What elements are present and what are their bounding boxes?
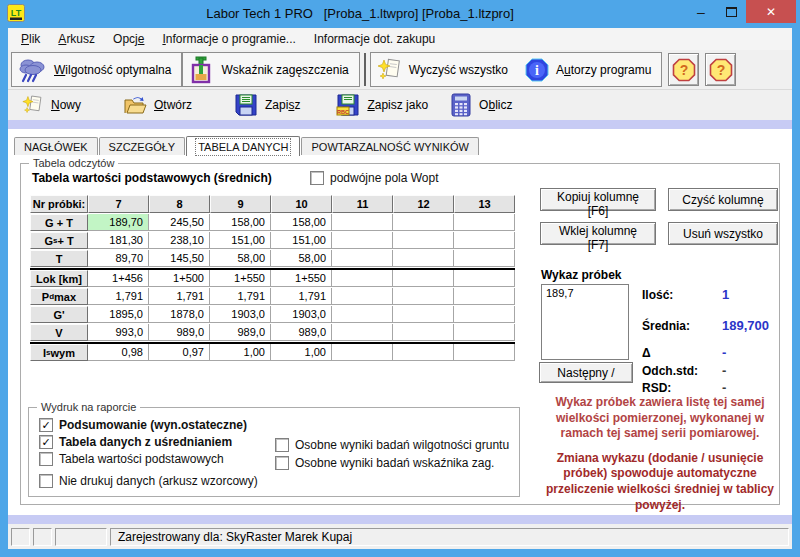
- table-cell[interactable]: 1,00: [271, 344, 332, 361]
- maximize-button[interactable]: [716, 0, 746, 23]
- table-cell[interactable]: [332, 324, 393, 341]
- table-cell[interactable]: 1,791: [210, 288, 271, 305]
- tab-3[interactable]: POWTARZALNOŚĆ WYNIKÓW: [301, 137, 478, 155]
- table-cell[interactable]: [332, 214, 393, 231]
- print-option-right-0[interactable]: Osobne wyniki badań wilgotności gruntu: [275, 438, 509, 452]
- table-cell[interactable]: 1,791: [271, 288, 332, 305]
- table-cell[interactable]: 1,791: [149, 288, 210, 305]
- close-button[interactable]: ✕: [746, 0, 796, 23]
- print-option-left-3[interactable]: Nie drukuj danych (arkusz wzorcowy): [39, 474, 258, 488]
- table-cell[interactable]: 89,70: [88, 250, 149, 267]
- authors-button[interactable]: iAutorzy programu: [518, 53, 661, 86]
- copy-column-button[interactable]: Kopiuj kolumnę [F6]: [540, 188, 656, 211]
- table-cell[interactable]: [332, 288, 393, 305]
- column-header[interactable]: 12: [393, 195, 454, 213]
- table-cell[interactable]: [332, 232, 393, 249]
- table-cell[interactable]: [393, 288, 454, 305]
- column-header[interactable]: 11: [332, 195, 393, 213]
- table-cell[interactable]: 158,00: [210, 214, 271, 231]
- table-cell[interactable]: [393, 214, 454, 231]
- table-cell[interactable]: 1+550: [271, 270, 332, 287]
- print-option-left-1[interactable]: ✓Tabela danych z uśrednianiem: [39, 435, 258, 449]
- print-option-left-0[interactable]: ✓Podsumowanie (wyn.ostateczne): [39, 418, 258, 432]
- table-cell[interactable]: 989,0: [149, 324, 210, 341]
- table-cell[interactable]: 181,30: [88, 232, 149, 249]
- column-header[interactable]: 10: [271, 195, 332, 213]
- table-cell[interactable]: 189,70: [88, 214, 149, 231]
- table-cell[interactable]: [454, 250, 515, 267]
- table-cell[interactable]: 145,50: [149, 250, 210, 267]
- calculate-button[interactable]: Oblicz: [450, 93, 512, 117]
- open-button[interactable]: Otwórz: [123, 95, 192, 115]
- help-button-1[interactable]: ?: [668, 53, 699, 86]
- table-cell[interactable]: [454, 232, 515, 249]
- table-cell[interactable]: 1903,0: [271, 306, 332, 323]
- tab-2[interactable]: TABELA DANYCH: [186, 136, 300, 156]
- table-cell[interactable]: [393, 232, 454, 249]
- clear-column-button[interactable]: Czyść kolumnę: [668, 188, 778, 211]
- table-cell[interactable]: [332, 344, 393, 361]
- wopt-checkbox[interactable]: podwójne pola Wopt: [310, 171, 439, 185]
- table-cell[interactable]: 1+500: [149, 270, 210, 287]
- table-cell[interactable]: 151,00: [210, 232, 271, 249]
- table-cell[interactable]: 0,97: [149, 344, 210, 361]
- table-cell[interactable]: [393, 324, 454, 341]
- table-cell[interactable]: 1,791: [88, 288, 149, 305]
- menu-item-4[interactable]: Informacje dot. zakupu: [305, 30, 444, 48]
- table-cell[interactable]: 238,10: [149, 232, 210, 249]
- table-cell[interactable]: 0,98: [88, 344, 149, 361]
- column-header[interactable]: 9: [210, 195, 271, 213]
- table-cell[interactable]: 1895,0: [88, 306, 149, 323]
- table-cell[interactable]: [454, 270, 515, 287]
- table-cell[interactable]: 989,0: [210, 324, 271, 341]
- table-cell[interactable]: [393, 306, 454, 323]
- table-cell[interactable]: 151,00: [271, 232, 332, 249]
- column-header[interactable]: 8: [149, 195, 210, 213]
- menu-item-0[interactable]: Plik: [12, 30, 49, 48]
- table-cell[interactable]: [393, 250, 454, 267]
- table-cell[interactable]: [332, 250, 393, 267]
- table-cell[interactable]: 1,00: [210, 344, 271, 361]
- table-cell[interactable]: [454, 288, 515, 305]
- table-cell[interactable]: [332, 270, 393, 287]
- column-header[interactable]: 13: [454, 195, 515, 213]
- table-cell[interactable]: [332, 306, 393, 323]
- table-cell[interactable]: [454, 306, 515, 323]
- compaction-index-button[interactable]: Wskaźnik zagęszczenia: [182, 52, 359, 87]
- table-cell[interactable]: 1878,0: [149, 306, 210, 323]
- delete-all-button[interactable]: Usuń wszystko: [668, 222, 778, 245]
- table-cell[interactable]: 989,0: [271, 324, 332, 341]
- optimal-moisture-button[interactable]: Wilgotność optymalna: [11, 52, 182, 87]
- help-button-2[interactable]: ?: [705, 53, 736, 86]
- table-cell[interactable]: 1+550: [210, 270, 271, 287]
- table-cell[interactable]: 245,50: [149, 214, 210, 231]
- sample-list-item[interactable]: 189,7: [543, 286, 627, 300]
- table-cell[interactable]: 993,0: [88, 324, 149, 341]
- table-cell[interactable]: [454, 324, 515, 341]
- table-cell[interactable]: 1903,0: [210, 306, 271, 323]
- paste-column-button[interactable]: Wklej kolumnę [F7]: [540, 222, 656, 245]
- print-option-right-1[interactable]: Osobne wyniki badań wskaźnika zag.: [275, 456, 509, 470]
- next-sample-button[interactable]: Następny /: [539, 362, 633, 383]
- table-cell[interactable]: 58,00: [210, 250, 271, 267]
- table-cell[interactable]: 1+456: [88, 270, 149, 287]
- save-as-button[interactable]: RBCZapisz jako: [336, 93, 428, 117]
- menu-item-1[interactable]: Arkusz: [49, 30, 104, 48]
- table-cell[interactable]: [393, 344, 454, 361]
- table-cell[interactable]: [454, 214, 515, 231]
- menu-item-3[interactable]: Informacje o programie...: [153, 30, 304, 48]
- tab-0[interactable]: NAGŁÓWEK: [14, 137, 98, 155]
- table-cell[interactable]: [393, 270, 454, 287]
- samples-listbox[interactable]: 189,7: [541, 284, 629, 360]
- tab-1[interactable]: SZCZEGÓŁY: [99, 137, 186, 155]
- new-button[interactable]: Nowy: [22, 93, 81, 117]
- minimize-button[interactable]: –: [686, 0, 716, 23]
- table-cell[interactable]: 58,00: [271, 250, 332, 267]
- print-option-left-2[interactable]: Tabela wartości podstawowych: [39, 452, 258, 466]
- column-header[interactable]: 7: [88, 195, 149, 213]
- clear-all-button[interactable]: Wyczyść wszystko: [371, 53, 518, 86]
- menu-item-2[interactable]: Opcje: [104, 30, 153, 48]
- table-cell[interactable]: 158,00: [271, 214, 332, 231]
- save-button[interactable]: Zapisz: [234, 93, 300, 117]
- table-cell[interactable]: [454, 344, 515, 361]
